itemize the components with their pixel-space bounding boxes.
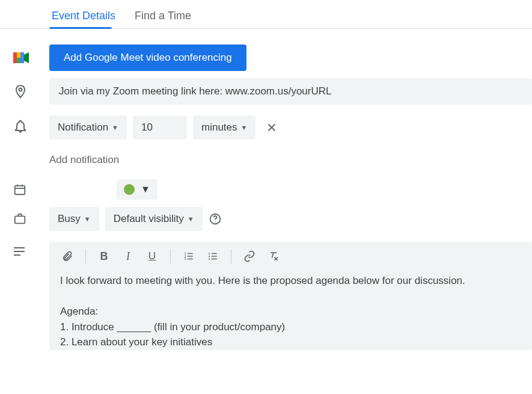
description-text[interactable]: I look forward to meeting with you. Here…: [49, 271, 532, 350]
svg-text:3: 3: [185, 257, 186, 260]
svg-point-14: [215, 221, 215, 222]
svg-point-5: [19, 88, 22, 91]
event-tabs: Event Details Find a Time: [0, 5, 532, 29]
google-meet-icon: [13, 51, 29, 64]
visibility-label: Default visibility: [114, 213, 184, 225]
description-icon: [13, 247, 25, 256]
availability-label: Busy: [58, 213, 81, 225]
notification-icon: [13, 119, 28, 134]
tab-event-details[interactable]: Event Details: [49, 5, 118, 28]
notification-value-input[interactable]: [133, 115, 187, 140]
add-google-meet-button[interactable]: Add Google Meet video conferencing: [49, 45, 246, 71]
clear-formatting-button[interactable]: [264, 247, 283, 266]
location-input[interactable]: [49, 78, 532, 105]
svg-rect-8: [15, 186, 25, 195]
caret-down-icon: ▼: [241, 124, 248, 131]
svg-rect-2: [17, 58, 20, 63]
description-editor[interactable]: B I U 1 2 3: [49, 242, 532, 350]
caret-down-icon: ▼: [84, 215, 91, 223]
notification-type-dropdown[interactable]: Notification ▼: [49, 115, 127, 140]
notification-type-label: Notification: [58, 122, 108, 134]
svg-rect-12: [15, 216, 25, 223]
location-icon: [13, 84, 28, 99]
formatting-toolbar: B I U 1 2 3: [49, 242, 532, 271]
tab-find-a-time[interactable]: Find a Time: [132, 5, 194, 28]
svg-rect-1: [17, 52, 20, 58]
svg-marker-4: [24, 52, 29, 63]
svg-point-29: [209, 258, 210, 259]
svg-rect-3: [20, 52, 24, 63]
link-button[interactable]: [240, 247, 259, 266]
caret-down-icon: ▼: [188, 215, 194, 223]
caret-down-icon: ▼: [141, 184, 150, 195]
caret-down-icon: ▼: [112, 124, 118, 131]
notification-unit-dropdown[interactable]: minutes ▼: [193, 115, 255, 140]
svg-point-27: [209, 253, 210, 254]
add-notification-button[interactable]: Add notification: [49, 154, 119, 166]
visibility-help-icon[interactable]: [209, 212, 222, 226]
availability-dropdown[interactable]: Busy ▼: [49, 207, 99, 231]
remove-notification-button[interactable]: [261, 121, 282, 134]
svg-point-28: [209, 256, 210, 257]
numbered-list-button[interactable]: 1 2 3: [179, 247, 198, 266]
bold-button[interactable]: B: [94, 247, 114, 266]
calendar-color-dot: [124, 184, 135, 195]
calendar-icon: [13, 183, 26, 196]
italic-button[interactable]: I: [118, 247, 138, 266]
svg-rect-0: [13, 52, 17, 63]
attachment-button[interactable]: [58, 247, 77, 266]
visibility-dropdown[interactable]: Default visibility ▼: [105, 207, 203, 231]
briefcase-icon: [13, 212, 26, 226]
underline-button[interactable]: U: [142, 247, 162, 266]
calendar-color-dropdown[interactable]: ▼: [117, 179, 157, 200]
bulleted-list-button[interactable]: [203, 247, 222, 266]
notification-unit-label: minutes: [201, 122, 237, 134]
